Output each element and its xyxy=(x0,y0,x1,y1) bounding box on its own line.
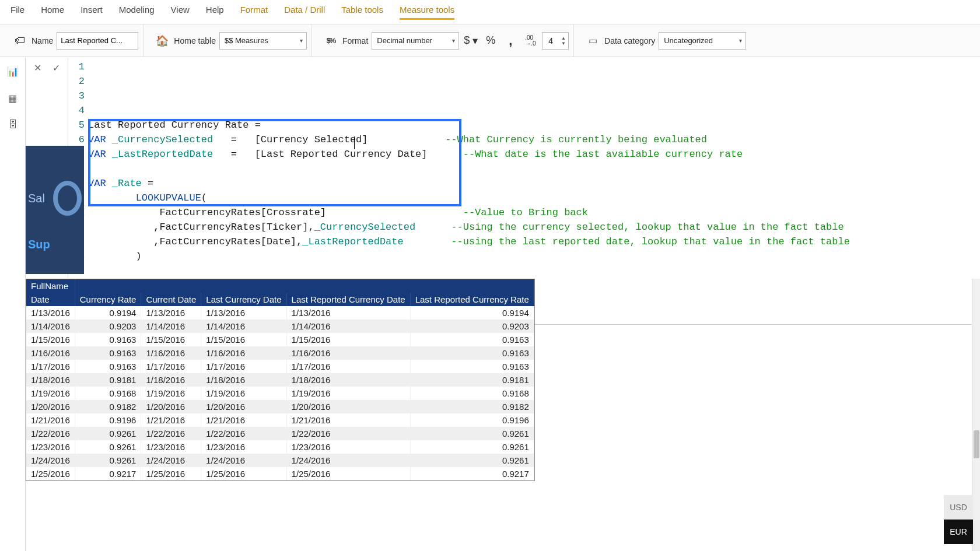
table-cell: 0.9261 xyxy=(75,440,141,454)
column-header[interactable]: Last Reported Currency Rate xyxy=(410,293,534,306)
commit-formula-button[interactable]: ✓ xyxy=(48,61,64,75)
table-cell: 1/14/2016 xyxy=(286,320,410,333)
model-view-button[interactable]: 🗄 xyxy=(5,117,21,133)
table-cell: 0.9168 xyxy=(410,387,534,400)
table-cell: 1/19/2016 xyxy=(201,387,286,400)
format-label: Format xyxy=(342,36,368,45)
ribbon-tab-table-tools[interactable]: Table tools xyxy=(341,5,383,20)
cancel-formula-button[interactable]: ✕ xyxy=(29,61,46,75)
table-cell: 0.9217 xyxy=(75,467,141,480)
column-header[interactable]: Last Currency Date xyxy=(201,293,286,306)
table-row[interactable]: 1/25/20160.92171/25/20161/25/20161/25/20… xyxy=(26,467,534,480)
table-cell: 1/19/2016 xyxy=(26,387,75,400)
decimal-places-stepper[interactable]: 4 ▲▼ xyxy=(542,32,569,50)
table-cell: 1/24/2016 xyxy=(141,454,201,467)
table-cell: 0.9182 xyxy=(410,400,534,413)
currency-toggle: USD EUR xyxy=(944,495,973,544)
table-visual[interactable]: FullName DateCurrency RateCurrent DateLa… xyxy=(26,279,535,481)
ribbon-tab-modeling[interactable]: Modeling xyxy=(119,5,155,20)
table-cell: 1/25/2016 xyxy=(141,467,201,480)
table-cell: 1/20/2016 xyxy=(201,400,286,413)
table-cell: 1/20/2016 xyxy=(26,400,75,413)
column-header[interactable]: Currency Rate xyxy=(75,293,141,306)
table-row[interactable]: 1/18/20160.91811/18/20161/18/20161/18/20… xyxy=(26,373,534,387)
ribbon-tab-insert[interactable]: Insert xyxy=(80,5,103,20)
table-row[interactable]: 1/19/20160.91681/19/20161/19/20161/19/20… xyxy=(26,387,534,400)
table-cell: 1/23/2016 xyxy=(201,440,286,454)
ribbon-tab-format[interactable]: Format xyxy=(240,5,268,20)
ribbon-tab-view[interactable]: View xyxy=(171,5,190,20)
table-cell: 1/21/2016 xyxy=(141,413,201,427)
view-rail: 📊 ▦ 🗄 xyxy=(0,57,26,551)
table-cell: 1/23/2016 xyxy=(26,440,75,454)
report-view-button[interactable]: 📊 xyxy=(5,63,21,79)
table-cell: 0.9196 xyxy=(410,413,534,427)
table-row[interactable]: 1/13/20160.91941/13/20161/13/20161/13/20… xyxy=(26,306,534,320)
table-cell: 1/16/2016 xyxy=(201,346,286,360)
table-cell: 1/22/2016 xyxy=(26,427,75,440)
ribbon-tab-file[interactable]: File xyxy=(10,5,24,20)
table-cell: 1/13/2016 xyxy=(26,306,75,320)
table-row[interactable]: 1/16/20160.91631/16/20161/16/20161/16/20… xyxy=(26,346,534,360)
ribbon-tab-data-drill[interactable]: Data / Drill xyxy=(284,5,325,20)
table-cell: 1/21/2016 xyxy=(286,413,410,427)
text-cursor xyxy=(354,136,355,149)
table-cell: 1/17/2016 xyxy=(286,360,410,373)
table-cell: 1/13/2016 xyxy=(286,306,410,320)
currency-format-button[interactable]: $ ▾ xyxy=(463,33,479,49)
formula-line xyxy=(88,162,980,176)
measure-name-input[interactable] xyxy=(57,32,138,50)
table-cell: 1/24/2016 xyxy=(26,454,75,467)
thousands-separator-button[interactable]: , xyxy=(502,33,519,49)
table-row[interactable]: 1/21/20160.91961/21/20161/21/20161/21/20… xyxy=(26,413,534,427)
table-cell: 1/15/2016 xyxy=(26,333,75,346)
table-cell: 1/18/2016 xyxy=(26,373,75,387)
table-cell: 0.9163 xyxy=(75,360,141,373)
table-cell: 0.9181 xyxy=(410,373,534,387)
formula-line: Last Reported Currency Rate = xyxy=(88,118,980,132)
data-category-dropdown[interactable]: Uncategorized xyxy=(659,32,746,50)
column-header[interactable]: Date xyxy=(26,293,75,306)
table-cell: 1/14/2016 xyxy=(141,320,201,333)
data-category-label: Data category xyxy=(604,36,655,45)
table-row[interactable]: 1/14/20160.92031/14/20161/14/20161/14/20… xyxy=(26,320,534,333)
home-table-label: Home table xyxy=(174,36,216,45)
ribbon-tab-home[interactable]: Home xyxy=(41,5,64,20)
ribbon-tab-measure-tools[interactable]: Measure tools xyxy=(400,5,454,20)
table-cell: 0.9261 xyxy=(75,454,141,467)
table-row[interactable]: 1/24/20160.92611/24/20161/24/20161/24/20… xyxy=(26,454,534,467)
ribbon-tab-help[interactable]: Help xyxy=(206,5,224,20)
home-table-dropdown[interactable]: $$ Measures xyxy=(219,32,307,50)
table-cell: 0.9181 xyxy=(75,373,141,387)
table-cell: 1/13/2016 xyxy=(201,306,286,320)
table-cell: 1/22/2016 xyxy=(201,427,286,440)
table-cell: 1/15/2016 xyxy=(141,333,201,346)
table-row[interactable]: 1/23/20160.92611/23/20161/23/20161/23/20… xyxy=(26,440,534,454)
table-cell: 0.9194 xyxy=(75,306,141,320)
table-cell: 1/18/2016 xyxy=(201,373,286,387)
table-cell: 0.9163 xyxy=(75,333,141,346)
table-cell: 1/21/2016 xyxy=(201,413,286,427)
table-row[interactable]: 1/17/20160.91631/17/20161/17/20161/17/20… xyxy=(26,360,534,373)
table-cell: 1/14/2016 xyxy=(201,320,286,333)
currency-usd-button[interactable]: USD xyxy=(944,495,973,520)
table-row[interactable]: 1/15/20160.91631/15/20161/15/20161/15/20… xyxy=(26,333,534,346)
data-view-button[interactable]: ▦ xyxy=(5,90,21,106)
vertical-scrollbar[interactable] xyxy=(972,279,980,551)
column-header[interactable]: Last Reported Currency Date xyxy=(286,293,410,306)
table-cell: 1/15/2016 xyxy=(201,333,286,346)
table-cell: 0.9261 xyxy=(410,454,534,467)
ribbon-tabs: FileHomeInsertModelingViewHelpFormatData… xyxy=(0,0,980,24)
table-cell: 1/24/2016 xyxy=(286,454,410,467)
table-row[interactable]: 1/20/20160.91821/20/20161/20/20161/20/20… xyxy=(26,400,534,413)
formula-line: VAR _Rate = xyxy=(88,176,980,191)
table-row[interactable]: 1/22/20160.92611/22/20161/22/20161/22/20… xyxy=(26,427,534,440)
home-icon xyxy=(154,33,170,49)
currency-eur-button[interactable]: EUR xyxy=(944,520,973,544)
percent-format-button[interactable]: % xyxy=(482,33,499,49)
format-dropdown[interactable]: Decimal number xyxy=(372,32,459,50)
bg-text-1: Sal xyxy=(28,192,45,205)
table-cell: 1/18/2016 xyxy=(286,373,410,387)
column-header[interactable]: Current Date xyxy=(141,293,201,306)
table-cell: 1/19/2016 xyxy=(141,387,201,400)
